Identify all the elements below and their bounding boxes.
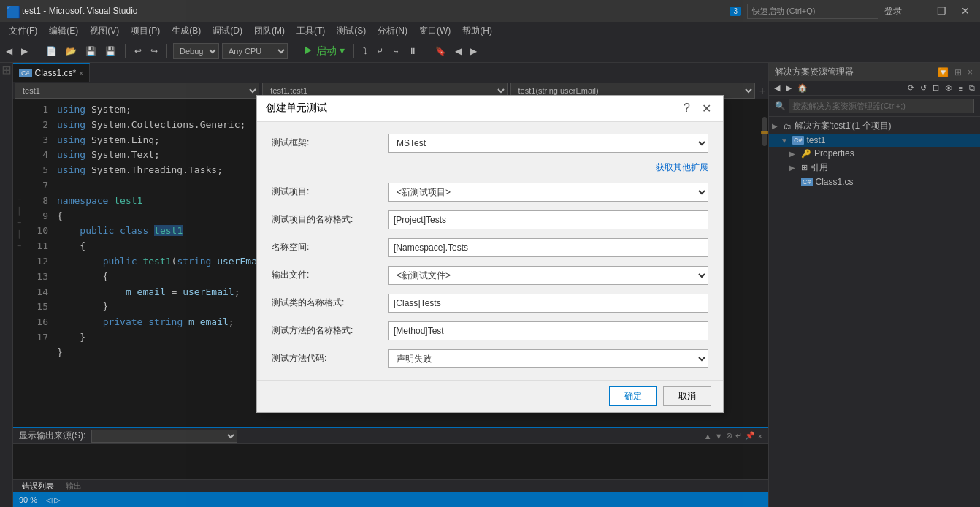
dialog-row-methodcode: 测试方法代码: 声明失败 bbox=[272, 349, 708, 368]
methodname-input[interactable] bbox=[388, 321, 708, 340]
control-methodname bbox=[388, 321, 708, 340]
dialog-close-btn[interactable]: ✕ bbox=[699, 102, 714, 115]
dialog-row-classname: 测试类的名称格式: bbox=[272, 294, 708, 313]
dialog-row-testproject: 测试项目: <新测试项目> bbox=[272, 183, 708, 202]
get-extensions-link[interactable]: 获取其他扩展 bbox=[656, 161, 708, 174]
dialog-help-btn[interactable]: ? bbox=[681, 102, 693, 115]
dialog-row-framework: 测试框架: MSTest bbox=[272, 134, 708, 153]
methodcode-select[interactable]: 声明失败 bbox=[388, 349, 708, 368]
label-framework: 测试框架: bbox=[272, 137, 388, 149]
dialog-row-extension: 获取其他扩展 bbox=[272, 161, 708, 174]
control-testproject: <新测试项目> bbox=[388, 183, 708, 202]
control-namespace bbox=[388, 238, 708, 257]
dialog-overlay: 创建单元测试 ? ✕ 测试框架: MSTest 获取其他扩展 bbox=[0, 0, 980, 507]
confirm-button[interactable]: 确定 bbox=[609, 386, 657, 406]
projectname-input[interactable] bbox=[388, 210, 708, 229]
dialog-title-bar: 创建单元测试 ? ✕ bbox=[257, 96, 723, 122]
cancel-button[interactable]: 取消 bbox=[663, 386, 711, 406]
dialog-title-text: 创建单元测试 bbox=[266, 102, 327, 115]
outputfile-select[interactable]: <新测试文件> bbox=[388, 266, 708, 285]
control-framework: MSTest bbox=[388, 134, 708, 153]
dialog-row-outputfile: 输出文件: <新测试文件> bbox=[272, 266, 708, 285]
classname-input[interactable] bbox=[388, 294, 708, 313]
control-outputfile: <新测试文件> bbox=[388, 266, 708, 285]
label-testproject: 测试项目: bbox=[272, 186, 388, 198]
dialog-footer: 确定 取消 bbox=[257, 380, 723, 412]
dialog-row-namespace: 名称空间: bbox=[272, 238, 708, 257]
label-methodcode: 测试方法代码: bbox=[272, 352, 388, 365]
control-projectname bbox=[388, 210, 708, 229]
dialog-row-methodname: 测试方法的名称格式: bbox=[272, 321, 708, 340]
create-unit-test-dialog: 创建单元测试 ? ✕ 测试框架: MSTest 获取其他扩展 bbox=[256, 95, 724, 413]
dialog-body: 测试框架: MSTest 获取其他扩展 测试项目: <新测试项目> bbox=[257, 122, 723, 380]
label-projectname: 测试项目的名称格式: bbox=[272, 213, 388, 226]
label-methodname: 测试方法的名称格式: bbox=[272, 324, 388, 337]
dialog-title-buttons: ? ✕ bbox=[681, 102, 714, 115]
framework-select[interactable]: MSTest bbox=[388, 134, 708, 153]
control-classname bbox=[388, 294, 708, 313]
testproject-select[interactable]: <新测试项目> bbox=[388, 183, 708, 202]
label-outputfile: 输出文件: bbox=[272, 269, 388, 281]
label-namespace: 名称空间: bbox=[272, 241, 388, 254]
namespace-input[interactable] bbox=[388, 238, 708, 257]
dialog-row-projectname: 测试项目的名称格式: bbox=[272, 210, 708, 229]
control-methodcode: 声明失败 bbox=[388, 349, 708, 368]
label-classname: 测试类的名称格式: bbox=[272, 297, 388, 309]
